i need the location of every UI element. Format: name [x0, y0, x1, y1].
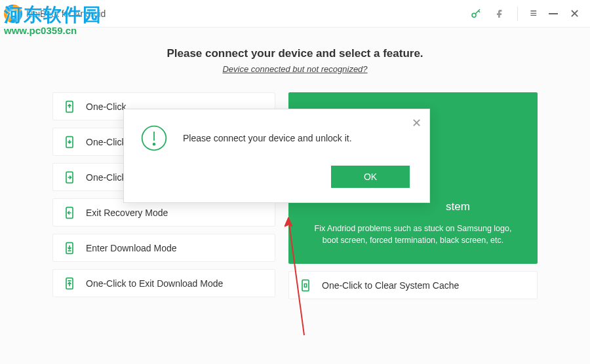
- facebook-icon[interactable]: [494, 8, 505, 20]
- app-title: ReiBoot for Android: [26, 9, 106, 19]
- menu-icon[interactable]: ≡: [530, 7, 537, 20]
- connect-device-dialog: ✕ Please connect your device and unlock …: [123, 109, 430, 203]
- svg-point-13: [153, 143, 155, 145]
- phone-exit-icon: [62, 206, 77, 220]
- device-help-link[interactable]: Device connected but not recognized?: [52, 64, 538, 74]
- option-label: Enter Download Mode: [86, 243, 177, 253]
- dialog-close-icon[interactable]: ✕: [412, 116, 422, 130]
- option-label: One-Click to Exit Download Mode: [86, 278, 223, 289]
- option-exit-download[interactable]: One-Click to Exit Download Mode: [52, 269, 275, 297]
- dialog-message: Please connect your device and unlock it…: [183, 133, 352, 143]
- option-enter-download[interactable]: Enter Download Mode: [52, 234, 275, 262]
- phone-right-icon: [62, 170, 77, 185]
- repair-card-desc: Fix Andriod problems such as stuck on Sa…: [307, 223, 519, 247]
- close-icon[interactable]: ✕: [570, 7, 580, 21]
- svg-point-0: [472, 13, 476, 17]
- phone-up-icon: [62, 100, 77, 114]
- option-clear-cache[interactable]: One-Click to Clear System Cache: [288, 271, 538, 299]
- titlebar-right: ≡ ✕: [470, 7, 587, 21]
- minimize-icon[interactable]: [549, 13, 558, 14]
- option-label: Exit Recovery Mode: [86, 208, 168, 218]
- titlebar: ReiBoot for Android ≡ ✕: [0, 0, 590, 27]
- upload-icon: [62, 276, 77, 291]
- key-icon[interactable]: [470, 8, 482, 20]
- option-label: One-Click: [86, 101, 126, 112]
- phone-down-icon: [62, 135, 77, 149]
- download-icon: [62, 241, 77, 255]
- app-logo: [4, 5, 22, 23]
- option-label: One-Click: [86, 137, 126, 147]
- page-headline: Please connect your device and select a …: [52, 47, 538, 60]
- svg-rect-7: [302, 280, 309, 291]
- alert-icon: [140, 124, 168, 153]
- titlebar-left: ReiBoot for Android: [3, 5, 106, 23]
- titlebar-divider: [517, 7, 518, 21]
- option-label: One-Click: [86, 172, 126, 183]
- option-label: One-Click to Clear System Cache: [322, 280, 459, 291]
- ok-button[interactable]: OK: [331, 166, 410, 188]
- dialog-body: Please connect your device and unlock it…: [140, 124, 414, 153]
- trash-icon: [298, 278, 313, 293]
